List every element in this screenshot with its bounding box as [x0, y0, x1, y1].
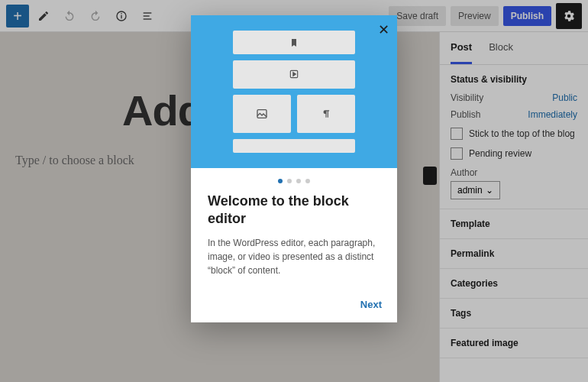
- dot-3[interactable]: [296, 179, 301, 183]
- hero-block-paragraph: [297, 95, 355, 133]
- next-button[interactable]: Next: [360, 299, 382, 310]
- modal-hero: ✕: [191, 15, 397, 168]
- hero-block-bookmark: [233, 31, 355, 54]
- hero-block-last: [233, 139, 355, 153]
- modal-pagination: [191, 168, 397, 188]
- modal-overlay: ✕ Welcome to the bloc: [0, 0, 588, 382]
- hero-block-row: [233, 95, 355, 133]
- dot-2[interactable]: [287, 179, 292, 183]
- dot-1[interactable]: [278, 179, 283, 183]
- modal-body: Welcome to the block editor In the WordP…: [191, 188, 397, 291]
- hero-block-play: [233, 60, 355, 89]
- modal-footer: Next: [191, 291, 397, 322]
- close-button[interactable]: ✕: [378, 21, 389, 38]
- hero-block-image: [233, 95, 291, 133]
- modal-text: In the WordPress editor, each paragraph,…: [208, 236, 380, 277]
- welcome-modal: ✕ Welcome to the bloc: [191, 15, 397, 322]
- dot-4[interactable]: [305, 179, 310, 183]
- modal-title: Welcome to the block editor: [208, 193, 380, 227]
